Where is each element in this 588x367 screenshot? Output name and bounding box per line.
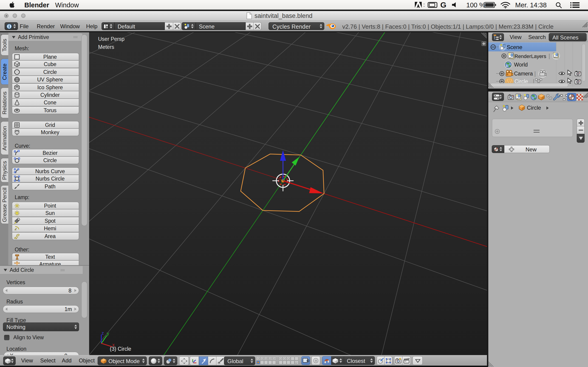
svg-text:User Persp: User Persp [98,36,124,42]
svg-text:Meters: Meters [98,44,114,50]
svg-text:(3) Circle: (3) Circle [110,346,131,352]
svg-text:z: z [102,331,104,336]
svg-text:y: y [107,331,109,336]
